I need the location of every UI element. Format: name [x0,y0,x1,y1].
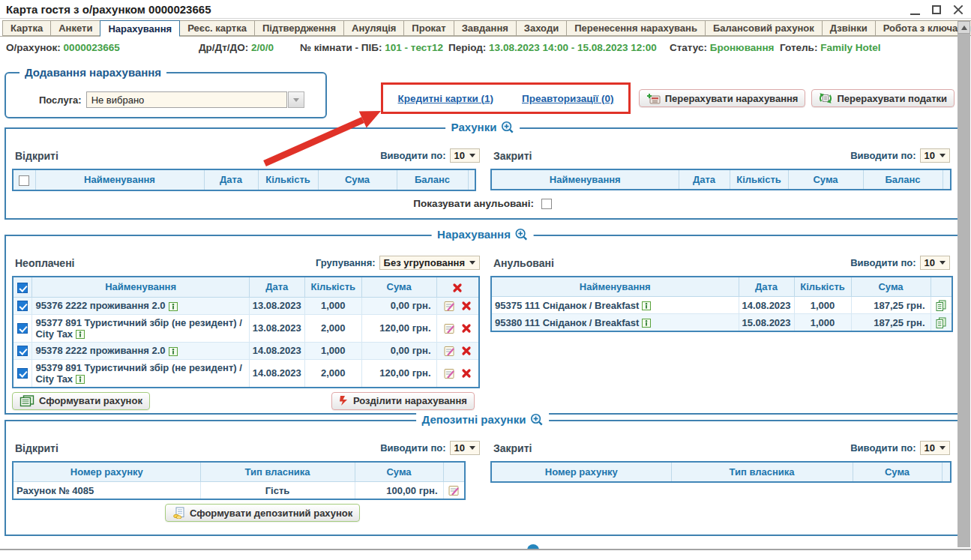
copy-icon[interactable] [936,317,946,328]
tab-balansovyi[interactable]: Балансовий рахунок [705,20,823,36]
accounts-closed-per-page-select[interactable]: 10 [920,148,950,163]
table-row: 95376 2222 проживання 2.0 13.08.2023 1,0… [13,297,479,314]
recalc-taxes-label: Перерахувати податки [837,93,947,104]
info-icon[interactable] [642,301,651,310]
service-select-button[interactable] [288,91,304,108]
charge-qty: 2,000 [304,314,361,342]
split-charges-label: Розділити нарахування [353,395,467,406]
make-deposit-button[interactable]: Сформувати депозитний рахунок [165,504,360,522]
zoom-plus-icon[interactable] [530,413,543,426]
edit-icon[interactable] [444,346,455,357]
column-header: Найменування [32,277,249,297]
chevron-down-icon [940,154,946,157]
service-select-value[interactable]: Не вибрано [86,91,287,108]
deposits-closed-per-page-select[interactable]: 10 [920,441,950,455]
tab-klyuchi[interactable]: Робота з ключами [875,20,971,36]
edit-icon[interactable] [444,368,455,379]
minimize-icon[interactable] [910,5,920,15]
per-page-value: 10 [925,257,935,268]
tab-narahuvannya[interactable]: Нарахування [100,20,180,37]
recalc-taxes-button[interactable]: Перерахувати податки [811,89,955,107]
zoom-plus-icon[interactable] [515,228,528,241]
row-checkbox[interactable] [17,346,28,356]
tab-label: Картка [10,22,43,34]
account-number-value: 0000023665 [64,42,120,53]
table-row: 95375 111 Сніданок / Breakfast 14.08.202… [491,297,952,314]
show-cancelled-checkbox[interactable] [541,199,552,209]
info-icon[interactable] [76,375,85,384]
deposits-open-per-page-select[interactable]: 10 [450,441,480,455]
credit-cards-link[interactable]: Кредитні картки (1) [398,93,493,104]
chevron-down-icon [293,98,299,102]
vertical-scrollbar[interactable] [958,21,970,547]
info-icon[interactable] [169,302,178,311]
info-icon[interactable] [642,319,651,328]
edit-icon[interactable] [448,485,460,496]
delete-icon[interactable] [461,301,472,311]
delete-all-icon[interactable] [452,283,463,293]
split-charges-button[interactable]: Розділити нарахування [331,392,475,410]
tab-perenesennya[interactable]: Перенесення нарахувань [566,20,706,36]
column-header: Тип власника [671,462,853,482]
tab-anulyaciya[interactable]: Ануляція [343,20,404,36]
charges-cancelled-per-page-select[interactable]: 10 [920,256,950,270]
charge-sum: 187,25 грн. [851,314,931,332]
recalc-charges-button[interactable]: Перерахувати нарахування [639,89,806,107]
tab-kartka[interactable]: Картка [2,20,51,36]
charge-sum: 0,00 грн. [361,297,436,314]
column-header: Тип власника [200,462,355,482]
edit-icon[interactable] [444,323,455,334]
deposits-open-panel: Відкриті Виводити по: 10 Номер рахунку Т… [6,421,489,522]
tab-dzvinky[interactable]: Дзвінки [822,20,876,36]
row-checkbox[interactable] [17,301,28,311]
document-coins-icon [172,507,185,519]
tab-label: Перенесення нарахувань [574,22,697,34]
delete-icon[interactable] [461,346,472,356]
service-select[interactable]: Не вибрано [86,91,304,108]
row-checkbox[interactable] [17,368,28,379]
edit-icon[interactable] [444,301,455,312]
tab-reyes-kartka[interactable]: Реєс. картка [179,20,255,36]
info-icon[interactable] [169,347,178,356]
hotel-field: Готель: Family Hotel [780,42,880,53]
charge-name: 95377 891 Туристичний збір (не резидент)… [35,317,241,340]
service-label: Послуга: [39,94,82,106]
close-icon[interactable] [953,4,964,15]
accounts-open-title: Відкриті [15,150,58,162]
charge-qty: 1,000 [794,297,851,314]
tab-zahody[interactable]: Заходи [516,20,567,36]
select-all-checkbox[interactable] [19,175,29,186]
column-header: Сума [853,462,942,482]
deposits-open-title: Відкриті [15,442,58,454]
select-all-checkbox[interactable] [17,283,28,293]
make-deposit-label: Сформувати депозитний рахунок [190,508,352,519]
deposit-owner-type: Гість [200,482,355,500]
preauthorizations-link[interactable]: Преавторизації (0) [522,93,613,104]
refresh-document-icon [819,92,832,104]
info-icon[interactable] [76,330,85,339]
zoom-plus-icon[interactable] [501,121,514,133]
deposits-closed-table: Номер рахунку Тип власника Сума [490,461,952,483]
tab-label: Прокат [412,22,445,34]
tab-ankety[interactable]: Анкети [50,20,100,36]
tab-prokat[interactable]: Прокат [403,20,454,36]
add-charge-legend: Додавання нарахування [19,66,166,79]
hotel-label: Готель: [780,42,817,53]
copy-icon[interactable] [936,300,946,311]
charges-section-legend: Нарахування [431,228,534,241]
row-checkbox[interactable] [17,323,28,334]
tab-pidtverdzhennya[interactable]: Підтвердження [254,20,344,36]
charges-section: Нарахування Неоплачені Групування: Без у… [4,235,961,415]
tab-zavdannya[interactable]: Завдання [454,20,517,36]
column-header: Дата [204,169,258,190]
charge-name: 95380 111 Сніданок / Breakfast [495,317,639,328]
top-action-buttons: Перерахувати нарахування Перерахувати по… [639,89,955,107]
delete-icon[interactable] [461,368,472,379]
delete-icon[interactable] [461,323,472,334]
maximize-icon[interactable] [932,5,941,14]
grouping-select[interactable]: Без угруповання [379,256,480,270]
accounts-open-per-page-select[interactable]: 10 [450,148,480,163]
scroll-up-button[interactable] [958,21,970,34]
invoice-documents-icon [19,395,34,407]
make-invoice-button[interactable]: Сформувати рахунок [12,392,150,410]
